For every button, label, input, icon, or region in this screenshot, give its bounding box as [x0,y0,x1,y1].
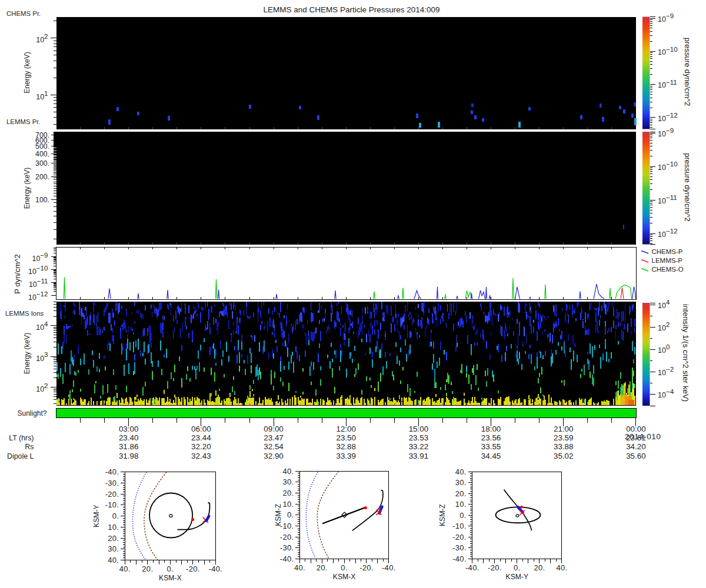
svg-text:20.: 20. [142,564,153,573]
svg-text:30.: 30. [108,544,119,553]
svg-text:LEMMS-P: LEMMS-P [652,257,683,264]
svg-text:06:00: 06:00 [191,425,211,433]
svg-text:Sunlight?: Sunlight? [18,409,47,417]
svg-text:12:00: 12:00 [336,425,356,433]
svg-text:30.: 30. [455,478,467,487]
svg-text:10.: 10. [108,523,119,532]
svg-text:0.: 0. [514,563,520,572]
svg-text:0.: 0. [112,512,119,520]
svg-text:20.: 20. [282,489,294,497]
svg-text:104: 104 [36,320,48,332]
svg-text:35.60: 35.60 [626,452,646,460]
svg-text:10−10: 10−10 [658,160,678,172]
svg-text:CHEMS-P: CHEMS-P [652,248,683,255]
svg-text:0.: 0. [459,511,466,520]
svg-text:Rs: Rs [25,443,34,451]
svg-text:103: 103 [36,350,48,362]
svg-text:10−9: 10−9 [658,126,674,138]
svg-text:10−10: 10−10 [658,45,678,57]
svg-text:23.47: 23.47 [264,433,284,442]
svg-text:KSM-Z: KSM-Z [438,504,447,526]
svg-text:pressure dyne/cm^2: pressure dyne/cm^2 [683,38,692,106]
svg-text:0.: 0. [167,564,174,573]
svg-text:23.44: 23.44 [191,433,211,442]
svg-text:-40.: -40. [452,554,467,563]
svg-text:100.: 100. [35,196,49,204]
svg-text:-30.: -30. [105,479,119,487]
svg-text:400.: 400. [35,150,49,158]
svg-text:33.55: 33.55 [481,442,501,451]
svg-text:-10.: -10. [105,500,119,509]
svg-text:KSM-Y: KSM-Y [92,505,101,527]
svg-text:20.: 20. [108,534,119,543]
svg-text:32.20: 32.20 [191,442,211,451]
svg-text:100: 100 [658,343,670,355]
svg-text:34.20: 34.20 [626,442,646,451]
svg-text:32.90: 32.90 [264,452,284,460]
svg-text:pressure dyne/cm^2: pressure dyne/cm^2 [683,153,692,222]
svg-text:KSM-X: KSM-X [159,574,182,582]
svg-text:31.86: 31.86 [119,442,139,451]
svg-text:18:00: 18:00 [481,425,501,433]
svg-text:23.50: 23.50 [336,433,356,442]
svg-text:-40.: -40. [382,563,396,572]
svg-text:102: 102 [36,32,48,44]
svg-text:32.88: 32.88 [336,442,356,451]
svg-text:CHEMS Pr.: CHEMS Pr. [6,10,41,17]
svg-text:23.40: 23.40 [119,433,139,442]
svg-text:0.: 0. [341,563,347,572]
svg-text:-20.: -20. [280,533,294,542]
svg-text:20.: 20. [534,563,545,572]
svg-text:-40.: -40. [280,554,294,563]
svg-text:30.: 30. [282,477,294,486]
svg-text:10−9: 10−9 [658,12,674,24]
svg-text:23.59: 23.59 [554,433,574,442]
svg-text:23.53: 23.53 [409,433,429,442]
svg-text:23.56: 23.56 [481,433,501,442]
svg-text:Dipole L: Dipole L [7,452,34,460]
svg-text:LEMMS Pr.: LEMMS Pr. [6,118,41,125]
svg-text:40.: 40. [294,563,305,572]
svg-text:40.: 40. [282,467,294,476]
svg-text:-40.: -40. [465,563,479,572]
svg-text:LEMMS Ions: LEMMS Ions [5,310,44,317]
svg-text:CHEMS-O: CHEMS-O [652,266,684,273]
svg-text:10−11: 10−11 [658,193,677,205]
svg-text:104: 104 [658,298,670,310]
svg-text:KSM-X: KSM-X [333,573,356,581]
svg-text:-40.: -40. [209,564,223,573]
svg-text:102: 102 [658,320,670,332]
svg-text:10−12: 10−12 [658,227,678,239]
svg-text:10−11: 10−11 [29,277,48,289]
svg-text:101: 101 [36,89,48,101]
svg-text:-20.: -20. [488,563,502,572]
svg-text:34.45: 34.45 [481,452,501,460]
svg-text:Energy (keV): Energy (keV) [23,168,31,209]
svg-text:KSM-Y: KSM-Y [506,573,529,581]
svg-text:200.: 200. [35,173,49,181]
svg-text:20.: 20. [455,489,467,498]
svg-text:0.: 0. [287,510,294,519]
svg-text:LEMMS and CHEMS Particle Press: LEMMS and CHEMS Particle Pressures 2014:… [263,5,439,14]
svg-text:32.54: 32.54 [264,442,284,451]
svg-text:intensity 1/(s cm^2 ster keV): intensity 1/(s cm^2 ster keV) [681,304,690,402]
svg-text:33.88: 33.88 [554,442,574,451]
svg-text:-10.: -10. [452,522,467,530]
svg-text:33.91: 33.91 [409,452,429,460]
svg-text:10−12: 10−12 [658,111,678,123]
svg-text:-40.: -40. [105,467,119,476]
svg-text:102: 102 [36,382,48,393]
svg-text:Energy (keV): Energy (keV) [23,333,31,375]
svg-text:33.22: 33.22 [409,442,429,451]
svg-text:10−2: 10−2 [658,365,674,377]
svg-text:300.: 300. [35,159,49,168]
svg-text:-30.: -30. [452,543,467,552]
svg-text:-30.: -30. [280,543,294,552]
svg-text:700.: 700. [35,131,49,139]
svg-text:-20.: -20. [452,533,467,542]
svg-text:40.: 40. [108,556,119,564]
svg-text:21:00: 21:00 [554,425,574,433]
svg-text:35.02: 35.02 [554,452,574,460]
svg-text:33.39: 33.39 [336,452,356,460]
svg-text:31.98: 31.98 [119,452,139,460]
